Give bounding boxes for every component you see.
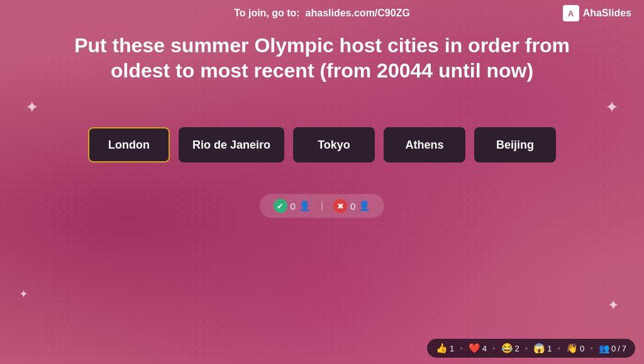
sparkle-bottom-right: ✦ bbox=[608, 297, 619, 314]
wave-count: 0 bbox=[580, 344, 584, 353]
cities-row: London Rio de Janeiro Tokyo Athens Beiji… bbox=[88, 127, 556, 162]
city-button-tokyo[interactable]: Tokyo bbox=[293, 127, 375, 162]
wrong-stat: ✖ 0 👤 bbox=[333, 199, 370, 213]
join-url: ahaslides.com/C90ZG bbox=[306, 8, 410, 18]
wrong-count: 0 bbox=[350, 201, 355, 212]
correct-icon: ✔ bbox=[274, 199, 287, 213]
reaction-shock: 😱 1 bbox=[533, 343, 552, 354]
stats-bar: ✔ 0 👤 | ✖ 0 👤 bbox=[260, 194, 385, 218]
user-current: 0 bbox=[611, 344, 616, 353]
wrong-person: 👤 bbox=[358, 200, 370, 212]
reaction-thumbsup: 👍 1 bbox=[436, 343, 454, 354]
shock-emoji: 😱 bbox=[533, 343, 545, 354]
city-button-london[interactable]: London bbox=[88, 127, 170, 162]
question-text: Put these summer Olympic host cities in … bbox=[20, 26, 624, 96]
correct-stat: ✔ 0 👤 bbox=[274, 199, 311, 213]
reaction-heart: ❤️ 4 bbox=[469, 343, 487, 354]
divider-4: • bbox=[558, 344, 561, 353]
city-button-athens[interactable]: Athens bbox=[384, 127, 465, 162]
sparkle-top-right: ✦ bbox=[605, 98, 619, 117]
thumbsup-emoji: 👍 bbox=[436, 343, 448, 354]
divider-1: • bbox=[460, 344, 463, 353]
heart-emoji: ❤️ bbox=[469, 343, 480, 354]
divider-5: • bbox=[590, 344, 593, 353]
laugh-count: 2 bbox=[515, 344, 519, 353]
city-button-beijing[interactable]: Beijing bbox=[474, 127, 556, 162]
wrong-icon: ✖ bbox=[333, 199, 347, 213]
ahaslides-logo: A AhaSlides bbox=[563, 5, 631, 21]
logo-icon: A bbox=[563, 5, 579, 21]
join-prefix: To join, go to: bbox=[234, 8, 300, 18]
stat-divider: | bbox=[321, 200, 323, 212]
city-button-rio[interactable]: Rio de Janeiro bbox=[179, 127, 284, 162]
shock-count: 1 bbox=[547, 344, 552, 353]
divider-3: • bbox=[525, 344, 528, 353]
reaction-wave: 👋 0 bbox=[566, 343, 584, 354]
divider-2: • bbox=[492, 344, 496, 353]
logo-name: AhaSlides bbox=[583, 8, 631, 19]
user-icon: 👥 bbox=[599, 343, 609, 353]
user-count: 👥 0/7 bbox=[599, 343, 626, 353]
sparkle-bottom-left: ✦ bbox=[19, 287, 28, 301]
top-bar: To join, go to: ahaslides.com/C90ZG A Ah… bbox=[0, 0, 644, 26]
join-text: To join, go to: ahaslides.com/C90ZG bbox=[234, 8, 410, 19]
reaction-bar: 👍 1 • ❤️ 4 • 😂 2 • 😱 1 • 👋 0 • 👥 0/7 bbox=[427, 339, 635, 358]
thumbsup-count: 1 bbox=[450, 344, 454, 353]
page-container: To join, go to: ahaslides.com/C90ZG A Ah… bbox=[0, 0, 644, 364]
user-total: 7 bbox=[622, 344, 626, 353]
heart-count: 4 bbox=[482, 344, 487, 353]
correct-person: 👤 bbox=[299, 200, 311, 212]
sparkle-top-left: ✦ bbox=[25, 98, 39, 117]
correct-count: 0 bbox=[291, 201, 296, 212]
wave-emoji: 👋 bbox=[566, 343, 578, 354]
reaction-laugh: 😂 2 bbox=[501, 343, 519, 354]
laugh-emoji: 😂 bbox=[501, 343, 513, 354]
